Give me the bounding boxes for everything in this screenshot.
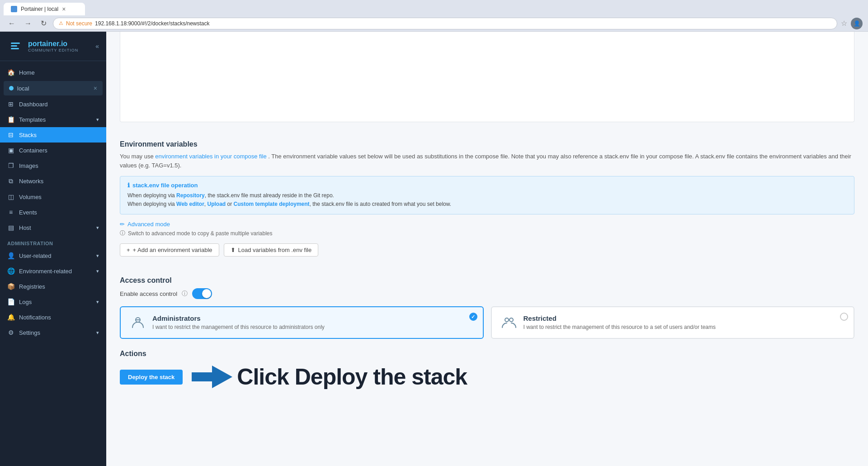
templates-icon: 📋 <box>7 116 14 123</box>
load-env-button[interactable]: ⬆ Load variables from .env file <box>224 243 319 257</box>
sidebar-item-networks[interactable]: ⧉ Networks <box>0 173 106 189</box>
sidebar-item-volumes-label: Volumes <box>19 194 42 200</box>
main-content: Environment variables You may use enviro… <box>106 32 868 466</box>
sidebar-header: portainer.io COMMUNITY EDITION « <box>0 32 106 61</box>
upload-link[interactable]: Upload <box>208 201 226 207</box>
profile-avatar[interactable]: 👤 <box>851 18 863 29</box>
events-icon: ≡ <box>7 209 14 216</box>
sidebar-item-registries[interactable]: 📦 Registries <box>0 279 106 294</box>
restricted-radio[interactable] <box>840 313 848 321</box>
sidebar-item-images[interactable]: ❐ Images <box>0 158 106 173</box>
add-icon: + <box>127 247 130 253</box>
administrators-radio[interactable] <box>469 313 477 321</box>
custom-template-link[interactable]: Custom template deployment <box>234 201 310 207</box>
env-vars-link[interactable]: environment variables in your compose fi… <box>155 153 266 160</box>
user-related-icon: 👤 <box>7 252 14 259</box>
access-control-section: Access control Enable access control ⓘ <box>120 267 854 339</box>
sidebar-item-volumes[interactable]: ◫ Volumes <box>0 189 106 204</box>
sidebar-item-events-label: Events <box>19 209 37 216</box>
arrow-annotation-icon <box>192 363 232 390</box>
sidebar-item-templates[interactable]: 📋 Templates ▾ <box>0 112 106 127</box>
actions-row: Deploy the stack Click Deploy the stack <box>120 363 854 390</box>
host-icon: ▤ <box>7 224 14 231</box>
sidebar-item-notifications-label: Notifications <box>19 314 51 321</box>
administrators-card-desc: I want to restrict the management of thi… <box>152 324 474 330</box>
sidebar-item-containers-label: Containers <box>19 147 47 154</box>
sidebar-environment-local[interactable]: local × <box>4 81 103 95</box>
editor-area[interactable] <box>120 32 854 122</box>
sidebar-item-settings-label: Settings <box>19 329 40 336</box>
click-annotation-text: Click Deploy the stack <box>237 364 467 390</box>
restricted-card[interactable]: Restricted I want to restrict the manage… <box>491 306 855 339</box>
sidebar-item-events[interactable]: ≡ Events <box>0 204 106 220</box>
user-related-chevron-icon: ▾ <box>96 253 99 259</box>
deploy-stack-button[interactable]: Deploy the stack <box>120 370 183 385</box>
svg-rect-1 <box>11 43 20 44</box>
refresh-button[interactable]: ↻ <box>38 18 49 29</box>
images-icon: ❐ <box>7 162 14 169</box>
info-line-2: When deploying via Web editor, Upload or… <box>127 200 847 209</box>
sidebar-item-networks-label: Networks <box>19 178 43 185</box>
volumes-icon: ◫ <box>7 193 14 200</box>
web-editor-link[interactable]: Web editor <box>176 201 204 207</box>
networks-icon: ⧉ <box>7 177 14 185</box>
logs-icon: 📄 <box>7 298 14 305</box>
env-close-button[interactable]: × <box>94 85 97 92</box>
svg-point-7 <box>509 318 513 322</box>
info-box-title: ℹ stack.env file operation <box>127 182 847 189</box>
portainer-logo-icon <box>7 38 24 54</box>
sidebar-item-environment-related[interactable]: 🌐 Environment-related ▾ <box>0 263 106 279</box>
restricted-card-title: Restricted <box>524 314 845 322</box>
sidebar-item-containers[interactable]: ▣ Containers <box>0 143 106 158</box>
bookmark-button[interactable]: ☆ <box>841 19 847 28</box>
logo-name: portainer.io <box>28 40 78 48</box>
info-box-body: When deploying via Repository, the stack… <box>127 191 847 209</box>
sidebar-item-host[interactable]: ▤ Host ▾ <box>0 220 106 235</box>
tab-close-button[interactable]: × <box>62 5 66 13</box>
sidebar-item-host-label: Host <box>19 224 31 231</box>
sidebar-item-notifications[interactable]: 🔔 Notifications <box>0 309 106 325</box>
administrators-card-content: Administrators I want to restrict the ma… <box>152 314 474 330</box>
forward-button[interactable]: → <box>22 19 34 29</box>
environment-related-icon: 🌐 <box>7 267 14 275</box>
sidebar-item-environment-related-label: Environment-related <box>19 268 72 275</box>
registries-icon: 📦 <box>7 283 14 290</box>
advanced-mode-info-icon: ⓘ <box>120 229 125 237</box>
sidebar-item-settings[interactable]: ⚙ Settings ▾ <box>0 325 106 340</box>
sidebar-collapse-button[interactable]: « <box>95 43 99 50</box>
access-control-toggle[interactable] <box>192 288 212 299</box>
tab-favicon <box>11 6 17 12</box>
content-body: Environment variables You may use enviro… <box>106 32 868 466</box>
advanced-mode-toggle[interactable]: ✏ Advanced mode <box>120 221 854 228</box>
browser-tab-active[interactable]: Portainer | local × <box>4 3 85 15</box>
notifications-icon: 🔔 <box>7 314 14 321</box>
sidebar-item-user-related-label: User-related <box>19 252 52 259</box>
logo-area: portainer.io COMMUNITY EDITION <box>7 38 78 54</box>
advanced-mode-label: Advanced mode <box>127 221 170 228</box>
address-bar[interactable]: ⚠ Not secure 192.168.1.18:9000/#!/2/dock… <box>53 18 837 29</box>
env-vars-description: You may use environment variables in you… <box>120 152 854 170</box>
env-name-label: local <box>17 85 90 92</box>
repository-link[interactable]: Repository <box>176 192 205 199</box>
env-status-dot <box>9 86 14 90</box>
administrators-card[interactable]: Administrators I want to restrict the ma… <box>120 306 484 339</box>
access-control-title: Access control <box>120 267 854 285</box>
sidebar-item-logs[interactable]: 📄 Logs ▾ <box>0 294 106 309</box>
svg-rect-2 <box>11 45 17 47</box>
env-actions-row: + + Add an environment variable ⬆ Load v… <box>120 243 854 257</box>
env-info-box: ℹ stack.env file operation When deployin… <box>120 176 854 214</box>
sidebar-item-user-related[interactable]: 👤 User-related ▾ <box>0 248 106 263</box>
restricted-card-content: Restricted I want to restrict the manage… <box>524 314 845 330</box>
logo-text: portainer.io COMMUNITY EDITION <box>28 40 78 52</box>
host-chevron-icon: ▾ <box>96 225 99 231</box>
sidebar-item-dashboard[interactable]: ⊞ Dashboard <box>0 96 106 112</box>
sidebar-item-stacks[interactable]: ⊟ Stacks <box>0 127 106 143</box>
back-button[interactable]: ← <box>5 19 18 29</box>
browser-chrome: Portainer | local × ← → ↻ ⚠ Not secure 1… <box>0 0 868 32</box>
settings-icon: ⚙ <box>7 329 14 336</box>
enable-access-label: Enable access control <box>120 290 177 297</box>
actions-section: Actions Deploy the stack Click Deploy th… <box>120 350 854 390</box>
sidebar-item-home[interactable]: 🏠 Home <box>0 65 106 80</box>
add-variable-button[interactable]: + + Add an environment variable <box>120 243 219 257</box>
logo-subtitle: COMMUNITY EDITION <box>28 48 78 52</box>
